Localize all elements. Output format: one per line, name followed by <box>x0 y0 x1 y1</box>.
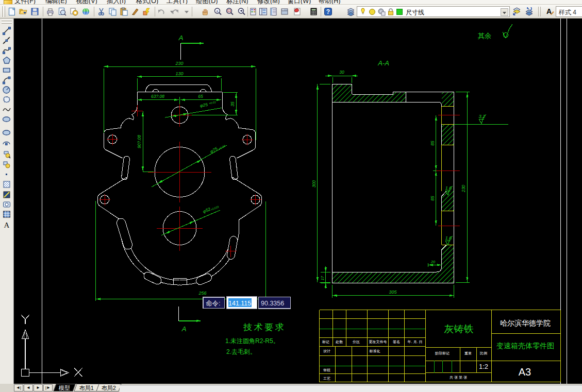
svg-text:230: 230 <box>461 185 466 193</box>
svg-text:1.6: 1.6 <box>445 235 452 241</box>
svg-text:300: 300 <box>311 180 317 188</box>
svg-text:灰铸铁: 灰铸铁 <box>444 323 474 334</box>
svg-text:φ75: φ75 <box>209 146 219 154</box>
svg-text:φ25: φ25 <box>199 102 208 109</box>
svg-text:+0.019: +0.019 <box>210 205 219 211</box>
svg-text:A: A <box>178 34 184 42</box>
svg-text:审核: 审核 <box>323 368 330 372</box>
svg-text:比例: 比例 <box>480 351 487 355</box>
svg-text:A: A <box>181 325 187 333</box>
svg-text:85: 85 <box>430 196 435 201</box>
svg-text:工艺: 工艺 <box>323 377 330 380</box>
svg-text:签名: 签名 <box>393 340 400 344</box>
svg-text:变速箱壳体零件图: 变速箱壳体零件图 <box>496 342 554 350</box>
svg-text:63?.08: 63?.08 <box>151 94 164 99</box>
svg-text:2.去毛刺。: 2.去毛刺。 <box>226 348 256 355</box>
svg-text:141.115: 141.115 <box>228 300 251 307</box>
svg-text:130: 130 <box>175 71 183 76</box>
svg-text:重量: 重量 <box>464 351 472 355</box>
svg-text:230: 230 <box>175 61 183 66</box>
svg-text:30: 30 <box>339 70 344 75</box>
svg-text:A3: A3 <box>519 366 531 378</box>
svg-text:标准化: 标准化 <box>369 349 380 353</box>
svg-text:±: ± <box>216 9 219 13</box>
svg-text:φ52: φ52 <box>202 207 211 214</box>
svg-text:85: 85 <box>430 141 435 146</box>
svg-text:17: 17 <box>320 276 325 280</box>
svg-text:256: 256 <box>198 291 206 296</box>
svg-text:90.3356: 90.3356 <box>261 300 284 307</box>
svg-text:年. 月. 日: 年. 月. 日 <box>408 340 423 344</box>
svg-text:3.2: 3.2 <box>478 113 486 119</box>
svg-text:90?.08: 90?.08 <box>137 135 142 148</box>
svg-text:35: 35 <box>230 101 235 107</box>
svg-text:其余: 其余 <box>478 32 492 40</box>
svg-text:1.6: 1.6 <box>445 185 452 191</box>
svg-text:命令:: 命令: <box>206 300 220 307</box>
svg-text:标记: 标记 <box>322 340 329 344</box>
svg-text:处数: 处数 <box>336 340 343 344</box>
svg-text:技术要求: 技术要求 <box>243 322 286 332</box>
svg-text:A-A: A-A <box>377 59 389 67</box>
svg-text:1:2: 1:2 <box>479 363 488 370</box>
svg-text:65: 65 <box>198 94 203 99</box>
svg-text:分区: 分区 <box>352 340 360 344</box>
svg-text:305: 305 <box>389 289 397 295</box>
svg-text:哈尔滨华德学院: 哈尔滨华德学院 <box>500 319 551 327</box>
svg-text:阶段标记: 阶段标记 <box>435 351 450 355</box>
svg-text:共 张 第 张: 共 张 第 张 <box>450 376 467 380</box>
svg-text:设计: 设计 <box>323 349 330 353</box>
svg-text:20: 20 <box>430 260 436 264</box>
svg-text:更改文件号: 更改文件号 <box>369 339 387 344</box>
svg-text:1.未注圆角R2-R5。: 1.未注圆角R2-R5。 <box>225 337 279 345</box>
svg-text:?: ? <box>326 8 330 15</box>
svg-text:+0.04: +0.04 <box>218 144 225 150</box>
svg-text:+0.03: +0.03 <box>208 100 217 105</box>
svg-text:A: A <box>4 221 10 229</box>
